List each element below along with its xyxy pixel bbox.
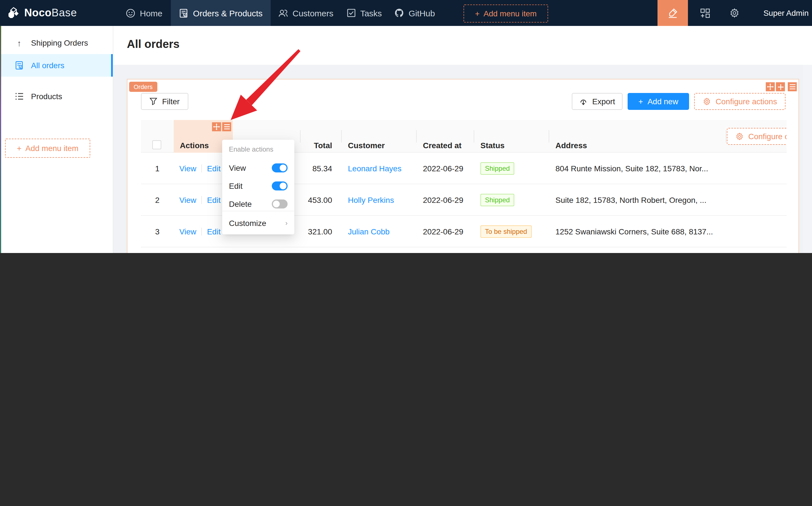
status-badge: Shipped bbox=[481, 194, 514, 206]
nav-tab-label: GitHub bbox=[409, 8, 435, 18]
column-header-total[interactable]: Total bbox=[300, 140, 332, 151]
column-drag-icon[interactable] bbox=[212, 122, 221, 131]
column-header-address[interactable]: Address bbox=[556, 140, 587, 151]
sidebar-item-label: Shipping Orders bbox=[31, 38, 88, 47]
nav-tab-label: Tasks bbox=[360, 8, 382, 18]
dropdown-item-label: Edit bbox=[229, 181, 242, 190]
address: Suite 182, 15783, North Robert, Oregon, … bbox=[556, 184, 727, 216]
edit-link[interactable]: Edit bbox=[207, 227, 220, 236]
nav-tab-github[interactable]: GitHub bbox=[388, 0, 441, 26]
settings-button[interactable] bbox=[723, 0, 745, 26]
page-title: All orders bbox=[127, 38, 179, 51]
view-toggle[interactable] bbox=[272, 163, 288, 172]
sidebar-item-all-orders[interactable]: All orders bbox=[0, 54, 113, 77]
app-root: NocoBase Home Orders & Products Customer… bbox=[0, 0, 812, 253]
orders-doc-icon bbox=[179, 8, 189, 18]
gear-icon bbox=[735, 132, 744, 141]
view-link[interactable]: View bbox=[179, 164, 196, 173]
dropdown-item-customize[interactable]: Customize › bbox=[222, 214, 294, 232]
dropdown-item-view[interactable]: View bbox=[222, 159, 294, 177]
column-header-customer[interactable]: Customer bbox=[348, 140, 385, 151]
created-at: 2022-06-29 bbox=[423, 247, 463, 253]
row-index: 4 bbox=[141, 247, 174, 253]
row-index: 1 bbox=[141, 153, 174, 184]
gear-icon bbox=[729, 8, 740, 18]
brand-logo[interactable]: NocoBase bbox=[7, 0, 77, 26]
github-icon bbox=[394, 8, 404, 18]
view-link[interactable]: View bbox=[179, 227, 196, 236]
top-navbar: NocoBase Home Orders & Products Customer… bbox=[0, 0, 812, 26]
customer-link[interactable]: Leonard Hayes bbox=[348, 164, 401, 173]
dropdown-title: Enable actions bbox=[229, 145, 273, 153]
export-button-label: Export bbox=[592, 97, 615, 106]
nav-tab-label: Home bbox=[140, 8, 162, 18]
column-divider bbox=[474, 130, 474, 143]
dropdown-item-label: View bbox=[229, 163, 246, 172]
nav-tab-customers[interactable]: Customers bbox=[271, 0, 341, 26]
table-row: 4 ViewEdit 75638347 83.00 Darin Clarke 2… bbox=[141, 247, 787, 253]
divider bbox=[201, 196, 202, 204]
nav-tabs: Home Orders & Products Customers Tasks bbox=[117, 0, 441, 26]
scrollbar-gutter[interactable] bbox=[803, 65, 812, 253]
column-divider bbox=[341, 130, 342, 143]
filter-button[interactable]: Filter bbox=[141, 93, 188, 110]
status-badge: Shipped bbox=[481, 162, 514, 175]
dropdown-item-delete[interactable]: Delete bbox=[222, 195, 294, 213]
nav-tab-label: Orders & Products bbox=[193, 8, 263, 18]
address: 015 Margie Mission, Apt. 093, 34936, Ebe… bbox=[556, 247, 727, 253]
configure-actions-button[interactable]: Configure actions bbox=[694, 93, 786, 110]
sidebar-item-shipping-orders[interactable]: ↑ Shipping Orders bbox=[0, 31, 113, 54]
toggle-knob bbox=[280, 183, 286, 189]
column-header-created-at[interactable]: Created at bbox=[423, 140, 461, 151]
view-link[interactable]: View bbox=[179, 195, 196, 204]
orders-doc-icon bbox=[15, 61, 24, 70]
dropdown-item-edit[interactable]: Edit bbox=[222, 177, 294, 195]
column-divider bbox=[549, 130, 549, 143]
edit-link[interactable]: Edit bbox=[207, 164, 220, 173]
nav-tab-home[interactable]: Home bbox=[117, 0, 171, 26]
highlighter-icon bbox=[667, 7, 678, 19]
column-header-actions[interactable]: Actions bbox=[180, 140, 209, 151]
order-total: 83.00 bbox=[300, 247, 332, 253]
edit-link[interactable]: Edit bbox=[207, 195, 220, 204]
block-collection-tag: Orders bbox=[129, 82, 157, 92]
nav-tab-orders-products[interactable]: Orders & Products bbox=[171, 0, 271, 26]
ui-editor-button[interactable] bbox=[658, 0, 688, 26]
customer-link[interactable]: Julian Cobb bbox=[348, 227, 390, 236]
sidebar-item-products[interactable]: Products bbox=[0, 85, 113, 108]
column-header-status[interactable]: Status bbox=[481, 140, 505, 151]
export-button[interactable]: Export bbox=[572, 93, 622, 110]
order-total: 453.00 bbox=[300, 184, 332, 216]
plugin-manager-button[interactable] bbox=[692, 0, 717, 26]
order-number: 75638347 bbox=[240, 247, 275, 253]
export-download-icon bbox=[579, 97, 588, 106]
block-add-icon[interactable] bbox=[776, 82, 785, 91]
gear-icon bbox=[703, 97, 711, 106]
sidebar-item-label: Products bbox=[31, 92, 62, 101]
block-menu-icon[interactable] bbox=[788, 82, 797, 91]
column-divider bbox=[726, 130, 726, 143]
order-total: 85.34 bbox=[300, 153, 332, 184]
column-menu-icon[interactable] bbox=[222, 122, 231, 131]
dropdown-item-label: Delete bbox=[229, 199, 252, 208]
customer-link[interactable]: Holly Perkins bbox=[348, 195, 394, 204]
plus-icon: + bbox=[638, 97, 643, 106]
nav-add-menu-item-button[interactable]: + Add menu item bbox=[463, 4, 548, 22]
select-all-checkbox[interactable] bbox=[152, 140, 161, 149]
address: 804 Runte Mission, Suite 182, 15783, Nor… bbox=[556, 153, 727, 184]
nav-tab-tasks[interactable]: Tasks bbox=[341, 0, 388, 26]
sidebar-add-menu-item-label: Add menu item bbox=[25, 144, 78, 153]
add-new-button[interactable]: + Add new bbox=[628, 93, 689, 110]
edit-toggle[interactable] bbox=[272, 181, 288, 190]
delete-toggle[interactable] bbox=[272, 199, 288, 208]
page-header bbox=[113, 26, 812, 65]
drag-handle-icon[interactable] bbox=[766, 82, 775, 91]
arrow-up-icon: ↑ bbox=[15, 38, 24, 47]
sidebar-add-menu-item-button[interactable]: + Add menu item bbox=[5, 139, 90, 158]
configure-columns-button[interactable]: Configure columns bbox=[727, 128, 787, 145]
dropdown-divider bbox=[222, 211, 294, 211]
current-user[interactable]: Super Admin bbox=[750, 0, 812, 26]
column-divider bbox=[416, 130, 417, 143]
chevron-right-icon: › bbox=[285, 219, 288, 227]
nav-tab-label: Customers bbox=[292, 8, 333, 18]
